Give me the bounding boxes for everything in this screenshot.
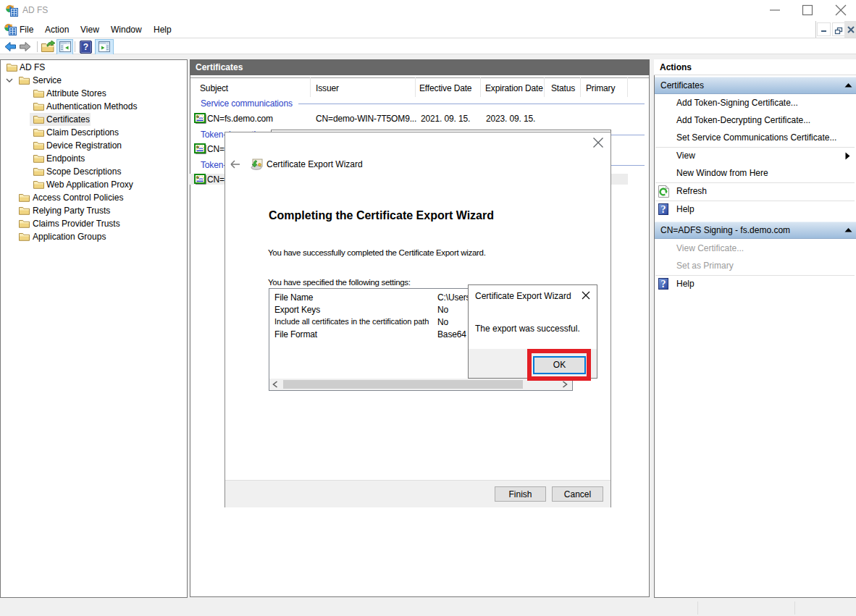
svg-text:?: ? xyxy=(661,279,666,290)
svg-text:?: ? xyxy=(83,42,88,52)
svg-text:?: ? xyxy=(661,204,666,215)
